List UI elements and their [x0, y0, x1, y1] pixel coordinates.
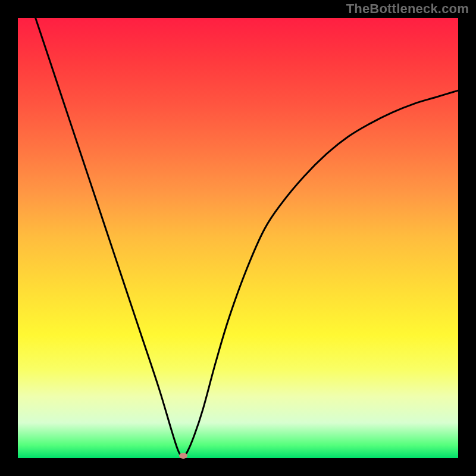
curve-svg: [18, 18, 458, 458]
bottleneck-curve: [36, 18, 458, 456]
bottleneck-marker: [179, 453, 187, 459]
watermark-text: TheBottleneck.com: [346, 1, 469, 17]
chart-frame: TheBottleneck.com: [0, 0, 476, 476]
plot-area: [18, 18, 458, 458]
